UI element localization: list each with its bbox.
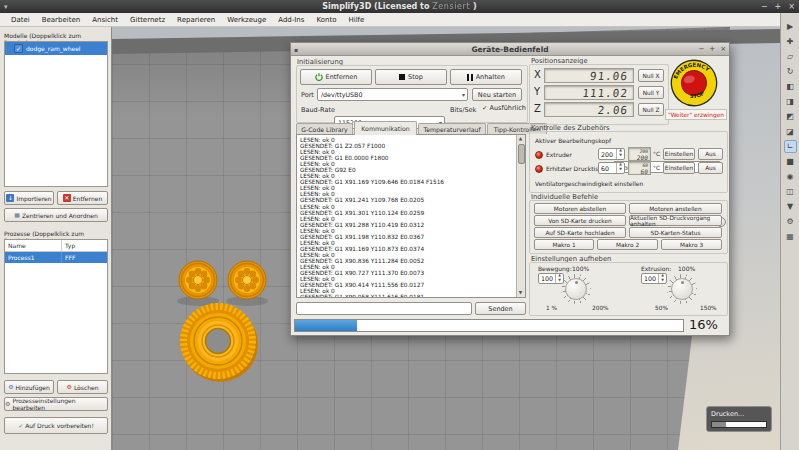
delete-process-button[interactable]: ⚙ Löschen <box>57 380 108 394</box>
emergency-stop-button[interactable]: EMERGENCY STOP <box>664 53 725 114</box>
macro3-button[interactable]: Makro 3 <box>661 239 722 250</box>
rotate-tool-icon[interactable]: ↻ <box>784 65 797 78</box>
gcode-command-input[interactable] <box>296 302 472 315</box>
port-select[interactable]: /dev/ttyUSB0▾ <box>317 88 468 101</box>
sd-status-button[interactable]: SD-Karten-Status <box>629 227 722 238</box>
x-axis-label: X <box>534 69 541 80</box>
scroll-thumb[interactable] <box>518 144 525 164</box>
delete-process-icon: ⚙ <box>66 384 71 390</box>
communication-log[interactable]: LESEN: ok 0GESENDET: G1 Z2.057 F1000LESE… <box>296 134 526 298</box>
extrusion-override-knob[interactable] <box>667 274 697 304</box>
menu-item[interactable]: Hilfe <box>343 14 369 26</box>
scroll-down-icon[interactable]: ▼ <box>517 289 524 297</box>
motors-on-button[interactable]: Motoren anstellen <box>629 203 722 214</box>
close-button[interactable]: × <box>788 2 795 11</box>
pause-icon <box>467 74 473 81</box>
bed-off-button[interactable]: Aus <box>698 162 723 174</box>
macro1-button[interactable]: Makro 1 <box>534 239 594 250</box>
maximize-button[interactable]: + <box>775 2 782 11</box>
verbose-checkbox[interactable]: ✓ Ausführlich <box>482 104 526 112</box>
cross-section-icon[interactable]: ◫ <box>784 185 797 198</box>
view-top-icon[interactable]: ◩ <box>784 110 797 123</box>
menu-item[interactable]: Bearbeiten <box>37 14 85 26</box>
process-row[interactable]: Process1 FFF <box>5 252 107 263</box>
force-continue-button[interactable]: "Weiter" erzwingen <box>665 109 727 120</box>
menu-item[interactable]: Konto <box>311 14 341 26</box>
motion-current-value: 100% <box>572 265 589 272</box>
spinner-arrows-icon[interactable]: ▲▼ <box>616 149 624 159</box>
spinner-arrows-icon[interactable]: ▲▼ <box>658 274 666 283</box>
bed-set-button[interactable]: Einstellen <box>663 162 695 174</box>
macro2-button[interactable]: Makro 2 <box>597 239 658 250</box>
grid-toggle-icon[interactable]: ▦ <box>784 230 797 243</box>
motion-override-spinner[interactable]: 100 ▲▼ <box>538 273 564 284</box>
window-title: Simplify3D (Licensed to Zensiert ) <box>0 2 799 11</box>
tab-communication[interactable]: Kommunikation <box>354 121 417 135</box>
motion-override-knob[interactable] <box>561 274 591 304</box>
minimize-button[interactable]: − <box>761 2 768 11</box>
column-type[interactable]: Typ <box>61 240 107 251</box>
machine-settings-icon[interactable]: ⚙ <box>784 215 797 228</box>
restart-connection-button[interactable]: Neu starten <box>472 88 522 101</box>
import-icon: ↓ <box>6 194 14 202</box>
bed-temp-spinner[interactable]: 60 ▲▼ <box>598 162 625 174</box>
import-button[interactable]: ↓ Importieren <box>4 191 54 205</box>
extruder-temp-spinner[interactable]: 200 ▲▼ <box>598 148 625 160</box>
dialog-minimize-button[interactable]: − <box>698 45 704 53</box>
extruder-unit-label: °C <box>653 151 660 157</box>
extruder-off-button[interactable]: Aus <box>698 148 723 160</box>
remove-model-button[interactable]: ✕ Entfernen <box>57 191 108 205</box>
sd-pause-button[interactable]: Aktuellen SD-Druckvorgang anhalten <box>629 215 722 226</box>
disconnect-button[interactable]: Entfernen <box>300 69 372 85</box>
extruder-set-button[interactable]: Einstellen <box>663 148 695 160</box>
view-front-icon[interactable]: ◧ <box>784 80 797 93</box>
prepare-to-print-button[interactable]: ✓ Auf Druck vorbereiten! <box>4 417 108 434</box>
column-name[interactable]: Name <box>5 240 61 251</box>
menu-item[interactable]: Add-Ins <box>273 14 309 26</box>
zero-y-button[interactable]: Null Y <box>638 86 664 99</box>
spinner-arrows-icon[interactable]: ▲▼ <box>616 163 624 173</box>
center-arrange-button[interactable]: ▦ Zentrieren und Anordnen <box>4 208 108 222</box>
tab-temperature-plot[interactable]: Temperaturverlauf <box>418 123 486 134</box>
view-side-icon[interactable]: ◨ <box>784 95 797 108</box>
edit-process-settings-button[interactable]: ⚙ Prozesseinstellungen bearbeiten <box>4 397 108 411</box>
pause-button[interactable]: Anhalten <box>450 69 522 85</box>
menu-item[interactable]: Gitternetz <box>125 14 170 26</box>
menu-item[interactable]: Datei <box>6 14 35 26</box>
model-list-item[interactable]: ✓ dodge_ram_wheel <box>5 42 107 55</box>
process-list[interactable]: Name Typ Process1 FFF <box>4 239 108 374</box>
tab-gcode-library[interactable]: G-Code Library <box>296 123 353 134</box>
zero-z-button[interactable]: Null Z <box>638 103 664 116</box>
model-list[interactable]: ✓ dodge_ram_wheel <box>4 41 108 187</box>
model-visible-checkbox[interactable]: ✓ <box>14 44 23 53</box>
select-tool-icon[interactable]: ▶ <box>784 20 797 33</box>
stop-button[interactable]: Stop <box>375 69 447 85</box>
scale-tool-icon[interactable]: ▱ <box>784 50 797 63</box>
add-process-button[interactable]: ⚙ Hinzufügen <box>4 380 54 394</box>
send-button[interactable]: Senden <box>475 302 526 315</box>
window-titlebar[interactable]: ▾ Simplify3D (Licensed to Zensiert ) − +… <box>0 0 799 13</box>
dialog-close-button[interactable]: × <box>720 45 726 53</box>
zero-x-button[interactable]: Null X <box>638 69 664 82</box>
motors-off-button[interactable]: Motoren abstellen <box>534 203 626 214</box>
menu-item[interactable]: Werkzeuge <box>222 14 271 26</box>
support-structures-icon[interactable]: ▼ <box>784 200 797 213</box>
stop-icon <box>399 74 405 80</box>
menu-item[interactable]: Reparieren <box>172 14 220 26</box>
menu-item[interactable]: Ansicht <box>87 14 123 26</box>
dialog-titlebar[interactable]: ▪ Geräte-Bedienfeld − + × <box>291 43 729 56</box>
extrusion-override-spinner[interactable]: 100 ▲▼ <box>641 273 667 284</box>
model-objects[interactable] <box>150 245 300 400</box>
baud-label: Baud-Rate <box>301 106 335 114</box>
sd-print-button[interactable]: Von SD-Karte drucken <box>534 215 626 226</box>
scroll-up-icon[interactable]: ▲ <box>517 135 524 143</box>
sd-upload-button[interactable]: Auf SD-Karte hochladen <box>534 227 626 238</box>
wireframe-view-icon[interactable]: ◉ <box>784 170 797 183</box>
knob-indicator <box>681 281 684 284</box>
view-iso-icon[interactable]: ◪ <box>784 125 797 138</box>
coordinate-axes-icon[interactable]: ∟ <box>784 140 797 153</box>
solid-view-icon[interactable]: ■ <box>784 155 797 168</box>
translate-tool-icon[interactable]: ✚ <box>784 35 797 48</box>
machine-control-panel-dialog[interactable]: ▪ Geräte-Bedienfeld − + × Initialisierun… <box>290 42 730 336</box>
log-scrollbar[interactable]: ▲ ▼ <box>516 135 525 297</box>
